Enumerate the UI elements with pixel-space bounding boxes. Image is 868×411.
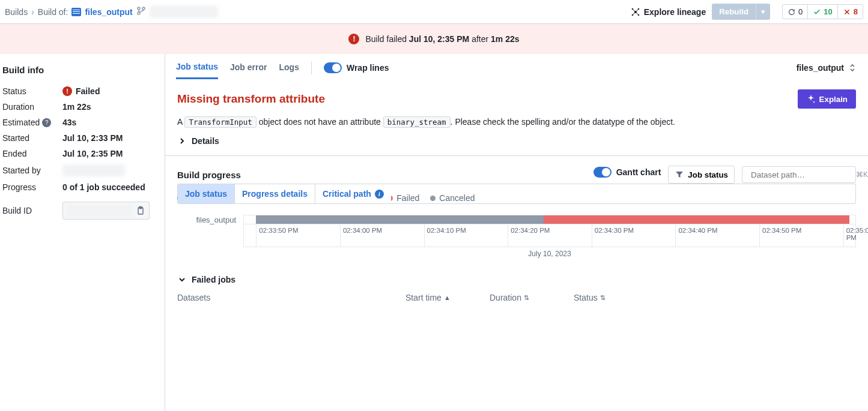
rebuild-button[interactable]: Rebuild bbox=[712, 4, 756, 20]
gantt-axis: 02:33:50 PM02:34:00 PM02:34:10 PM02:34:2… bbox=[243, 224, 856, 247]
rebuild-dropdown-button[interactable]: ▾ bbox=[756, 4, 770, 20]
branch-icon bbox=[136, 6, 146, 17]
lineage-icon bbox=[631, 7, 640, 17]
code-transforminput: TransformInput bbox=[184, 116, 256, 128]
legend-failed: Failed bbox=[387, 193, 419, 203]
build-failed-banner: ! Build failed Jul 10, 2:35 PM after 1m … bbox=[0, 24, 868, 54]
breadcrumb-dataset[interactable]: files_output bbox=[85, 7, 132, 17]
value-started-by: redacted user bbox=[62, 164, 125, 176]
explain-label: Explain bbox=[819, 95, 848, 104]
chevron-down-icon bbox=[177, 275, 187, 284]
failed-jobs-toggle[interactable]: Failed jobs bbox=[177, 275, 856, 284]
main-panel: Job status Job error Logs Wrap lines fil… bbox=[165, 54, 868, 411]
sort-icon: ⇅ bbox=[600, 294, 605, 302]
failed-jobs-section: Failed jobs Datasets Start time▲ Duratio… bbox=[177, 275, 856, 302]
svg-point-6 bbox=[631, 14, 633, 16]
tab-logs[interactable]: Logs bbox=[279, 62, 299, 78]
explore-lineage-button[interactable]: Explore lineage bbox=[631, 7, 706, 17]
gantt-tick: 02:34:10 PM bbox=[424, 224, 466, 247]
details-label: Details bbox=[192, 136, 219, 146]
sort-icon: ⇅ bbox=[524, 294, 529, 302]
segment-job-status[interactable]: Job status bbox=[178, 184, 235, 203]
gantt-bar-waiting bbox=[256, 215, 543, 224]
toggle-icon bbox=[593, 167, 612, 178]
sparkle-icon bbox=[806, 94, 816, 104]
chip-refresh[interactable]: 0 bbox=[783, 5, 808, 19]
label-started-by: Started by bbox=[2, 166, 62, 175]
build-info-sidebar: Build info Status!Failed Duration1m 22s … bbox=[0, 54, 165, 411]
chip-fail-count: 8 bbox=[854, 7, 858, 16]
svg-point-2 bbox=[142, 7, 145, 10]
label-progress: Progress bbox=[2, 182, 62, 192]
wrap-lines-label: Wrap lines bbox=[347, 63, 389, 73]
sort-asc-icon: ▲ bbox=[444, 294, 451, 301]
gantt-tick: 02:34:40 PM bbox=[675, 224, 717, 247]
dataset-selector[interactable]: files_output bbox=[797, 63, 857, 73]
gantt-tick: 02:35:00 PM bbox=[843, 224, 868, 247]
help-icon[interactable]: ? bbox=[42, 118, 51, 127]
build-info-heading: Build info bbox=[2, 65, 156, 75]
value-started: Jul 10, 2:33 PM bbox=[62, 133, 123, 143]
view-segments: Job status Progress details Critical pat… bbox=[177, 184, 856, 204]
error-title: Missing transform attribute bbox=[177, 92, 798, 106]
tab-job-error[interactable]: Job error bbox=[230, 62, 267, 78]
chip-success[interactable]: 10 bbox=[808, 5, 837, 19]
svg-point-0 bbox=[138, 7, 140, 10]
gantt-date: July 10, 2023 bbox=[243, 250, 856, 258]
info-icon: i bbox=[375, 190, 384, 199]
label-started: Started bbox=[2, 133, 62, 143]
breadcrumb-branch-redacted: redacted-branch bbox=[150, 6, 218, 18]
breadcrumb-root[interactable]: Builds bbox=[5, 7, 28, 17]
build-id-value: redacted-id bbox=[67, 205, 133, 217]
chip-success-count: 10 bbox=[824, 7, 832, 16]
svg-point-5 bbox=[637, 8, 639, 10]
x-icon bbox=[843, 8, 851, 16]
col-datasets[interactable]: Datasets bbox=[177, 293, 405, 302]
segment-progress-details[interactable]: Progress details bbox=[235, 184, 315, 203]
col-status[interactable]: Status⇅ bbox=[574, 293, 646, 302]
error-icon: ! bbox=[348, 34, 359, 44]
dataset-search-input[interactable] bbox=[751, 170, 852, 179]
value-ended: Jul 10, 2:35 PM bbox=[62, 149, 123, 158]
check-icon bbox=[813, 8, 821, 16]
code-binary-stream: binary_stream bbox=[383, 116, 451, 128]
chip-fail[interactable]: 8 bbox=[838, 5, 863, 19]
gantt-tick: 02:33:50 PM bbox=[256, 224, 298, 247]
gantt-tick: 02:34:30 PM bbox=[592, 224, 634, 247]
value-status: !Failed bbox=[62, 86, 100, 96]
gantt-chart: files_output 02:33:50 PM02:34:00 PM02:34… bbox=[177, 215, 856, 258]
build-progress-section: Build progress Gantt chart Job status ⌘K… bbox=[165, 155, 868, 312]
col-duration[interactable]: Duration⇅ bbox=[490, 293, 574, 302]
segment-critical-path[interactable]: Critical pathi bbox=[315, 184, 391, 203]
clipboard-icon[interactable] bbox=[136, 206, 145, 215]
chevron-right-icon bbox=[177, 136, 187, 146]
gantt-track[interactable] bbox=[243, 215, 856, 224]
value-progress: 0 of 1 job succeeded bbox=[62, 182, 145, 192]
col-start-time[interactable]: Start time▲ bbox=[405, 293, 490, 302]
filter-job-status-button[interactable]: Job status bbox=[668, 166, 735, 184]
details-toggle[interactable]: Details bbox=[177, 136, 856, 146]
build-id-field: redacted-id bbox=[62, 202, 150, 220]
build-progress-heading: Build progress bbox=[177, 170, 586, 180]
explain-button[interactable]: Explain bbox=[798, 89, 856, 109]
label-estimated: Estimated? bbox=[2, 118, 62, 127]
filter-icon bbox=[675, 170, 684, 179]
error-body: A TransformInput object does not have an… bbox=[177, 117, 856, 127]
filter-label: Job status bbox=[688, 170, 728, 179]
tabs-row: Job status Job error Logs Wrap lines fil… bbox=[165, 54, 868, 80]
dataset-search[interactable]: ⌘K bbox=[742, 166, 856, 183]
value-estimated: 43s bbox=[62, 118, 76, 127]
failed-icon: ! bbox=[62, 86, 72, 96]
refresh-icon bbox=[788, 8, 796, 16]
gantt-toggle-label: Gantt chart bbox=[616, 167, 661, 177]
svg-point-4 bbox=[631, 8, 633, 10]
tab-job-status[interactable]: Job status bbox=[176, 62, 218, 79]
wrap-lines-toggle[interactable]: Wrap lines bbox=[324, 62, 389, 73]
topbar: Builds › Build of: files_output redacted… bbox=[0, 0, 868, 24]
legend-canceled: Canceled bbox=[430, 193, 475, 203]
gantt-row-label: files_output bbox=[177, 215, 243, 224]
gantt-tick: 02:34:00 PM bbox=[340, 224, 382, 247]
breadcrumb-build-of: Build of: bbox=[38, 7, 68, 17]
top-actions: Explore lineage Rebuild ▾ 0 10 8 bbox=[631, 4, 863, 20]
gantt-toggle[interactable]: Gantt chart bbox=[593, 167, 661, 178]
